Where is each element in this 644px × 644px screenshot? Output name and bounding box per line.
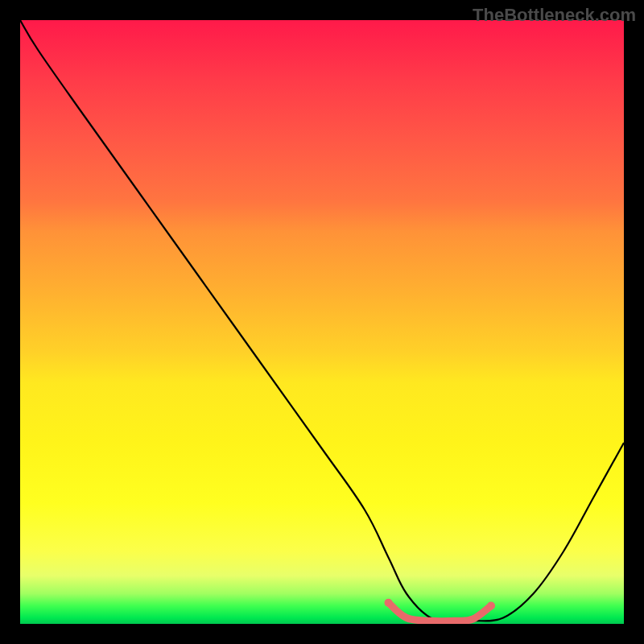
- watermark-text: TheBottleneck.com: [473, 5, 636, 26]
- optimal-range-path: [389, 603, 492, 621]
- optimal-range-end-dot: [487, 602, 495, 610]
- chart-plot-area: [20, 20, 624, 624]
- bottleneck-curve-path: [20, 20, 624, 621]
- optimal-range-start-dot: [385, 599, 393, 607]
- chart-svg: [20, 20, 624, 624]
